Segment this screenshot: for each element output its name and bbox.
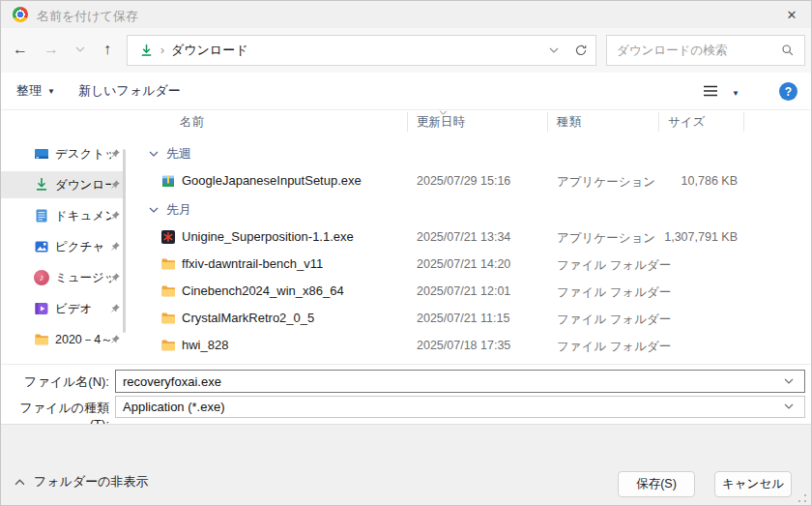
pin-icon[interactable] — [109, 210, 121, 222]
file-date: 2025/07/21 11:15 — [417, 312, 509, 325]
navigation-pane: デスクトップ ダウンロード ドキュメント — [1, 110, 127, 364]
command-bar: 整理 ▼ 新しいフォルダー ▼ ? — [1, 73, 811, 110]
filename-input[interactable] — [115, 370, 805, 393]
folder-icon — [160, 283, 176, 299]
installer-file-icon — [160, 173, 176, 189]
close-icon[interactable]: ✕ — [772, 1, 811, 28]
save-button[interactable]: 保存(S) — [618, 471, 695, 497]
folder-icon — [34, 332, 49, 347]
sidebar-item-downloads[interactable]: ダウンロード — [1, 171, 124, 198]
file-date: 2025/07/29 15:16 — [417, 174, 510, 188]
pin-icon[interactable] — [109, 179, 121, 191]
group-header-last-month[interactable]: 先月 — [149, 199, 191, 221]
filename-dropdown-icon[interactable] — [784, 378, 794, 384]
column-header-size[interactable]: サイズ — [668, 110, 705, 134]
sidebar-item-documents[interactable]: ドキュメント — [1, 202, 124, 229]
title-bar: 名前を付けて保存 ✕ — [1, 1, 811, 28]
file-date: 2025/07/18 17:35 — [417, 339, 510, 352]
music-icon: ♪ — [34, 270, 49, 285]
file-row[interactable]: GoogleJapaneseInputSetup.exe 2025/07/29 … — [131, 167, 812, 194]
pictures-icon — [34, 239, 49, 254]
cancel-button[interactable]: キャンセル — [714, 471, 792, 497]
file-type: ファイル フォルダー — [557, 284, 671, 301]
organize-label: 整理 — [16, 82, 42, 100]
back-button[interactable]: ← — [9, 38, 32, 61]
pin-icon[interactable] — [109, 241, 121, 253]
file-date: 2025/07/21 12:01 — [417, 284, 510, 298]
hide-folders-label: フォルダーの非表示 — [34, 473, 149, 491]
address-bar[interactable]: › ダウンロード — [127, 35, 596, 66]
filetype-value: Application (*.exe) — [123, 400, 225, 414]
new-folder-label: 新しいフォルダー — [78, 82, 181, 100]
file-row[interactable]: ffxiv-dawntrail-bench_v11 2025/07/21 14:… — [131, 251, 812, 278]
refresh-icon[interactable] — [574, 44, 588, 57]
file-row[interactable]: hwi_828 2025/07/18 17:35 ファイル フォルダー — [131, 332, 812, 359]
desktop-icon — [34, 146, 49, 162]
hide-folders-button[interactable]: フォルダーの非表示 — [14, 473, 149, 491]
history-chevron-icon[interactable] — [69, 38, 92, 61]
view-mode-caret-icon[interactable]: ▼ — [732, 89, 740, 98]
sidebar-item-videos[interactable]: ビデオ — [1, 295, 124, 322]
search-input[interactable] — [617, 36, 771, 65]
file-row[interactable]: Unigine_Superposition-1.1.exe 2025/07/21… — [131, 223, 812, 251]
sidebar-item-label: デスクトップ — [55, 146, 111, 163]
file-row[interactable]: CrystalMarkRetro2_0_5 2025/07/21 11:15 フ… — [131, 305, 812, 332]
help-button[interactable]: ? — [779, 82, 798, 101]
file-type: ファイル フォルダー — [557, 312, 671, 328]
file-list: 名前 更新日時 種類 サイズ 先週 GoogleJapaneseInputSet… — [131, 110, 812, 364]
chevron-up-icon — [14, 479, 25, 486]
column-divider[interactable] — [658, 112, 659, 132]
forward-button[interactable]: → — [40, 38, 63, 61]
pin-icon[interactable] — [109, 148, 121, 160]
breadcrumb-separator: › — [160, 44, 164, 57]
window-title: 名前を付けて保存 — [37, 8, 138, 25]
filetype-dropdown-icon[interactable] — [784, 403, 794, 409]
file-type: ファイル フォルダー — [557, 339, 671, 355]
dialog-footer: フォルダーの非表示 保存(S) キャンセル — [1, 424, 811, 506]
organize-caret-icon: ▼ — [47, 87, 55, 96]
group-chevron-icon — [149, 207, 159, 213]
sidebar-scrollbar[interactable] — [123, 149, 126, 333]
file-name: Unigine_Superposition-1.1.exe — [182, 229, 354, 244]
column-header-type[interactable]: 種類 — [557, 110, 581, 134]
group-chevron-icon — [149, 151, 159, 157]
sidebar-item-pictures[interactable]: ピクチャ — [1, 233, 124, 260]
pin-icon[interactable] — [109, 334, 121, 345]
file-name: ffxiv-dawntrail-bench_v11 — [182, 256, 323, 271]
view-mode-icon[interactable] — [703, 84, 718, 98]
video-icon — [34, 301, 49, 316]
chrome-icon — [13, 7, 28, 22]
pin-icon[interactable] — [109, 303, 121, 314]
pin-icon[interactable] — [109, 272, 121, 283]
file-name: CrystalMarkRetro2_0_5 — [182, 311, 314, 325]
breadcrumb[interactable]: ダウンロード — [171, 42, 248, 59]
column-divider[interactable] — [407, 112, 408, 132]
sidebar-item-music[interactable]: ♪ ミュージック — [1, 264, 124, 291]
folder-icon — [160, 311, 176, 326]
new-folder-button[interactable]: 新しいフォルダー — [78, 82, 181, 100]
column-divider[interactable] — [547, 112, 548, 132]
sidebar-item-desktop[interactable]: デスクトップ — [1, 140, 124, 167]
downloads-location-icon — [139, 44, 154, 58]
resize-grip[interactable] — [798, 493, 807, 503]
group-header-last-week[interactable]: 先週 — [149, 143, 191, 164]
file-name: GoogleJapaneseInputSetup.exe — [182, 173, 362, 188]
navigation-bar: ← → ↑ › ダウンロード — [1, 28, 811, 73]
organize-button[interactable]: 整理 ▼ — [16, 82, 55, 100]
file-row[interactable]: Cinebench2024_win_x86_64 2025/07/21 12:0… — [131, 278, 812, 305]
sidebar-item-label: ダウンロード — [55, 177, 111, 193]
address-dropdown-icon[interactable] — [549, 47, 559, 53]
sidebar-item-label: ピクチャ — [55, 239, 104, 255]
search-box — [606, 35, 805, 66]
file-date: 2025/07/21 13:34 — [417, 230, 510, 244]
sidebar-item-label: 2020－4～月 — [55, 332, 111, 348]
column-divider[interactable] — [743, 112, 744, 132]
sidebar-item-2020-folder[interactable]: 2020－4～月 — [1, 326, 124, 353]
group-label: 先週 — [166, 145, 191, 163]
filetype-select[interactable]: Application (*.exe) — [115, 396, 805, 418]
search-icon[interactable] — [781, 44, 795, 57]
up-button[interactable]: ↑ — [96, 38, 119, 61]
file-name: Cinebench2024_win_x86_64 — [182, 283, 344, 298]
column-header-name[interactable]: 名前 — [180, 110, 204, 134]
filename-label: ファイル名(N): — [3, 373, 109, 391]
